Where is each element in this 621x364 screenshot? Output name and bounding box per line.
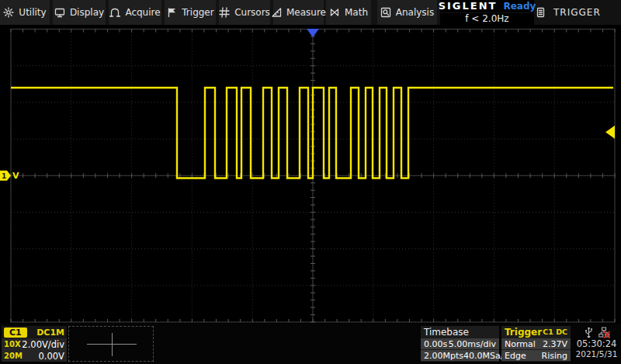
menu-utility-label: Utility [19, 7, 46, 18]
flag-icon [166, 7, 177, 18]
active-menu-indicator[interactable]: TRIGGER [536, 0, 605, 25]
add-channel-box[interactable] [68, 326, 154, 362]
menu-math-label: Math [345, 7, 368, 18]
menu-display-label: Display [70, 7, 104, 18]
trigger-mode: Normal [505, 339, 536, 349]
oscilloscope-screen: Utility Display Acquire Trigger [0, 0, 621, 364]
trigger-slope: Rising [542, 351, 567, 361]
channel-marker-label: 1 [2, 172, 6, 180]
lan-disconnected-icon [598, 327, 610, 338]
status-icons [584, 326, 610, 338]
analysis-icon [380, 7, 391, 18]
menu-measure[interactable]: Measure [273, 0, 324, 25]
menu-cursors[interactable]: Cursors [219, 0, 270, 25]
trigger-header: Trigger C1 DC [501, 326, 571, 338]
acquisition-status: Ready [503, 1, 536, 12]
menu-measure-label: Measure [286, 7, 326, 18]
menu-acquire-label: Acquire [125, 7, 160, 18]
menu-analysis-label: Analysis [396, 7, 434, 18]
trigger-level: 2.37V [543, 339, 567, 349]
siglent-logo: SIGLENT [439, 0, 498, 12]
channel-header: C1 DC1M [2, 326, 67, 338]
trigger-descriptor[interactable]: Trigger C1 DC Normal 2.37V Edge Rising [501, 326, 571, 362]
time-per-div: 5.00ms/div [449, 339, 496, 349]
bandwidth-limit: 20M [4, 352, 23, 360]
cursors-icon [219, 7, 230, 18]
menu-cursors-label: Cursors [234, 7, 270, 18]
trigger-mode-row: Normal 2.37V [501, 338, 571, 349]
menu-trigger-label: Trigger [182, 7, 213, 18]
timebase-scale-row: 0.00s 5.00ms/div [421, 338, 499, 349]
plus-icon [112, 333, 113, 356]
gear-icon [3, 7, 14, 18]
acquire-icon [109, 7, 120, 18]
menu-analysis[interactable]: Analysis [377, 0, 437, 25]
probe-attenuation: 10X [4, 340, 21, 348]
system-status-area: 05:30:24 2021/5/31 [572, 326, 621, 362]
waveform-display: 1V [0, 25, 621, 324]
channel-badge: C1 [4, 328, 27, 338]
system-date: 2021/5/31 [576, 349, 618, 359]
menu-display[interactable]: Display [53, 0, 106, 25]
menu-list-icon [536, 7, 546, 18]
trigger-frequency-readout: f < 2.0Hz [440, 13, 534, 26]
channel-scale-row: 10X 2.00V/div [2, 338, 67, 350]
math-icon [329, 7, 340, 18]
active-menu-label: TRIGGER [553, 7, 601, 18]
menu-trigger[interactable]: Trigger [165, 0, 216, 25]
channel-descriptor-c1[interactable]: C1 DC1M 10X 2.00V/div 20M 0.00V [2, 326, 67, 362]
timebase-title: Timebase [424, 327, 469, 338]
trigger-source: C1 DC [543, 328, 567, 336]
menu-acquire[interactable]: Acquire [109, 0, 161, 25]
trigger-level-marker[interactable] [605, 126, 615, 139]
channel-offset: 0.00V [39, 351, 64, 362]
c1-waveform-trace [11, 88, 613, 179]
bottom-status-bar: C1 DC1M 10X 2.00V/div 20M 0.00V Timebase… [0, 324, 621, 364]
volts-per-div: 2.00V/div [22, 339, 64, 350]
brand-block: SIGLENT Ready f < 2.0Hz [440, 0, 534, 25]
timebase-descriptor[interactable]: Timebase 0.00s 5.00ms/div 2.00Mpts 40.0M… [421, 326, 499, 362]
measure-icon [271, 7, 282, 18]
trigger-position-marker[interactable] [307, 29, 319, 37]
channel-coupling: DC1M [36, 328, 64, 338]
memory-depth: 2.00Mpts [424, 351, 463, 361]
trigger-delay: 0.00s [424, 339, 447, 349]
graticule-area: 1V [0, 25, 621, 324]
channel-marker-aux-label: V [12, 171, 19, 181]
trigger-type: Edge [505, 351, 526, 361]
brand-top-row: SIGLENT Ready [440, 0, 534, 12]
trigger-type-row: Edge Rising [501, 350, 571, 361]
timebase-sample-row: 2.00Mpts 40.0MSa/s [421, 350, 499, 361]
timebase-header: Timebase [421, 326, 499, 338]
channel-offset-row: 20M 0.00V [2, 350, 67, 362]
usb-icon [584, 327, 594, 338]
display-icon [54, 7, 65, 18]
system-time: 05:30:24 [577, 338, 617, 349]
menu-utility[interactable]: Utility [0, 0, 50, 25]
trigger-title: Trigger [505, 327, 542, 338]
top-menu-bar: Utility Display Acquire Trigger [0, 0, 621, 25]
menu-math[interactable]: Math [326, 0, 371, 25]
